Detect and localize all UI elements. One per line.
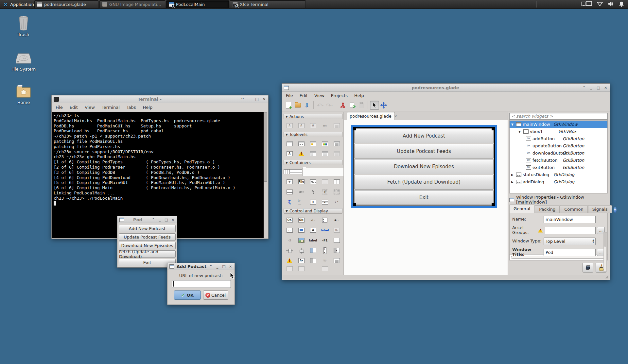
- tree-row-addbutton[interactable]: addButton GtkButton: [510, 135, 607, 142]
- canvas-exit-button[interactable]: Exit: [354, 190, 494, 205]
- tab-podresources-glade[interactable]: podresources.glade ×: [347, 112, 395, 120]
- tree-row-adddialog[interactable]: ▶ addDialog GtkDialog: [510, 178, 607, 186]
- selected-window-frame[interactable]: Add New Podcast Update Podcast Feeds Dow…: [351, 125, 497, 208]
- action-icon[interactable]: A: [295, 121, 307, 131]
- font-dialog-icon[interactable]: A: [284, 149, 295, 159]
- tree-row-downloadbutton[interactable]: downloadButton GtkButton: [510, 150, 607, 157]
- layout-widget-icon[interactable]: ↕: [307, 197, 319, 207]
- minimize-button[interactable]: _: [158, 218, 162, 222]
- canvas-fetch-button[interactable]: Fetch (Update and Download): [354, 175, 494, 190]
- progressbar-widget-icon[interactable]: [307, 245, 319, 256]
- tree-row-mainwindow[interactable]: ▼ mainWindow GtkWindow: [510, 121, 607, 128]
- redo-button[interactable]: ↷▾: [325, 101, 334, 110]
- canvas-update-button[interactable]: Update Podcast Feeds: [354, 144, 494, 158]
- tree-row-updatebutton[interactable]: updateButton GtkButton: [510, 142, 607, 150]
- clipped-widget-icon[interactable]: [307, 266, 319, 272]
- statusbar-widget-icon[interactable]: [284, 256, 295, 266]
- paste-button[interactable]: [357, 101, 366, 110]
- close-button[interactable]: ×: [228, 264, 233, 269]
- button-widget-icon[interactable]: OK: [284, 215, 295, 225]
- fontbutton-widget-icon[interactable]: A: [307, 225, 319, 235]
- menu-edit[interactable]: Edit: [70, 105, 78, 110]
- tab-general[interactable]: General: [509, 204, 534, 213]
- menu-tabs[interactable]: Tabs: [127, 105, 136, 110]
- message-dialog-icon[interactable]: [307, 139, 319, 149]
- menu-terminal[interactable]: Terminal: [102, 105, 120, 110]
- open-project-button[interactable]: [293, 101, 302, 110]
- taskbar-item-xfce-terminal[interactable]: 2 Xfce Terminal: [230, 0, 306, 8]
- network-wifi-icon[interactable]: [597, 1, 603, 8]
- close-button[interactable]: ×: [603, 86, 608, 90]
- window-type-combo[interactable]: Top Level ▲▼: [544, 238, 596, 245]
- desktop-icon-home[interactable]: Home: [8, 84, 39, 105]
- properties-scrollbar[interactable]: [603, 232, 607, 272]
- spinner-widget-icon[interactable]: ✳: [319, 256, 331, 266]
- recent-chooser-dialog-icon[interactable]: [331, 149, 342, 159]
- handlebox-widget-icon[interactable]: ξ: [284, 197, 295, 207]
- palette-section-toplevels[interactable]: ▼ Toplevels: [284, 132, 342, 137]
- clipped-widget-icon[interactable]: [319, 266, 331, 272]
- switch-widget-icon[interactable]: [307, 256, 319, 266]
- comboboxentry-widget-icon[interactable]: A▾: [295, 256, 307, 266]
- tab-close-icon[interactable]: ×: [394, 114, 397, 118]
- accel-groups-field[interactable]: [545, 227, 596, 234]
- rollup-button[interactable]: ^: [240, 97, 245, 101]
- resize-handle[interactable]: [492, 127, 495, 130]
- display-settings-icon[interactable]: [581, 1, 592, 8]
- palette-section-control-display[interactable]: ▼ Control and Display: [284, 208, 342, 214]
- tab-signals[interactable]: Signals: [588, 205, 612, 213]
- update-podcast-feeds-button[interactable]: Update Podcast Feeds: [119, 233, 176, 241]
- vbuttonbox-widget-icon[interactable]: [307, 187, 319, 197]
- spinbutton-widget-icon[interactable]: [319, 215, 331, 225]
- selector-tool-button[interactable]: [370, 101, 379, 110]
- expander-icon[interactable]: ▼: [511, 123, 515, 126]
- hbuttonbox-widget-icon[interactable]: [295, 187, 307, 197]
- menu-file[interactable]: File: [286, 93, 293, 98]
- file-chooser-dialog-icon[interactable]: [331, 139, 342, 149]
- hpaned-widget-icon[interactable]: [331, 177, 342, 187]
- notebook-widget-icon[interactable]: [302, 167, 343, 177]
- expander-icon[interactable]: ▶: [511, 180, 515, 184]
- accellabel-widget-icon[interactable]: –F1: [319, 235, 331, 245]
- resize-handle[interactable]: [353, 203, 356, 206]
- menu-help[interactable]: Help: [143, 105, 153, 110]
- pod-titlebar[interactable]: Pod ^ _ □ ×: [117, 216, 177, 223]
- clipped-widget-icon[interactable]: [284, 266, 295, 272]
- taskbar-item-podlocalmain[interactable]: 2 PodLocalMain: [166, 0, 229, 8]
- scrolled-layout-widget-icon[interactable]: ▴: [319, 197, 331, 207]
- menu-view[interactable]: View: [314, 93, 324, 98]
- fixed-widget-icon[interactable]: ✛: [284, 177, 295, 187]
- download-new-episodes-button[interactable]: Download New Episodes: [119, 242, 176, 249]
- image-widget-icon[interactable]: [295, 235, 307, 245]
- scalebutton-widget-icon[interactable]: 0.: [331, 225, 342, 235]
- hbox-widget-icon[interactable]: [284, 167, 290, 177]
- expander-widget-icon[interactable]: ▷ —: [295, 197, 307, 207]
- resize-handle[interactable]: [492, 203, 495, 206]
- label-widget-icon[interactable]: label: [307, 235, 319, 245]
- maximize-button[interactable]: □: [596, 86, 601, 90]
- radiobutton-widget-icon[interactable]: ◉ –: [331, 215, 342, 225]
- terminal-titlebar[interactable]: Terminal - ^ _ □ ×: [52, 95, 268, 103]
- toggle-action-icon[interactable]: A: [307, 121, 319, 131]
- tree-row-fetchbutton[interactable]: fetchButton GtkButton: [510, 157, 607, 164]
- window-title-field[interactable]: Pod: [544, 249, 596, 256]
- rollup-button[interactable]: ^: [209, 264, 213, 269]
- maximize-button[interactable]: □: [255, 97, 259, 101]
- filechooserbutton-widget-icon[interactable]: ▱: [284, 225, 295, 235]
- menu-file[interactable]: File: [56, 105, 63, 110]
- vbox-widget-icon[interactable]: [290, 167, 296, 177]
- minimize-button[interactable]: _: [589, 86, 593, 90]
- tab-packing[interactable]: Packing: [535, 205, 560, 213]
- linkbutton-widget-icon[interactable]: label: [319, 225, 331, 235]
- window-widget-icon[interactable]: [284, 139, 295, 149]
- menu-view[interactable]: View: [85, 105, 95, 110]
- menu-help[interactable]: Help: [354, 93, 364, 98]
- save-button[interactable]: ⇩: [302, 101, 311, 110]
- combobox-widget-icon[interactable]: ▾: [331, 245, 342, 256]
- notifications-bell-icon[interactable]: [619, 1, 624, 8]
- minimize-button[interactable]: _: [248, 97, 252, 101]
- menu-projects[interactable]: Projects: [331, 93, 348, 98]
- color-dialog-icon[interactable]: [319, 139, 331, 149]
- radio-action-icon[interactable]: ◉A: [319, 121, 331, 131]
- fetch-button[interactable]: Fetch (Update and Download): [119, 250, 176, 258]
